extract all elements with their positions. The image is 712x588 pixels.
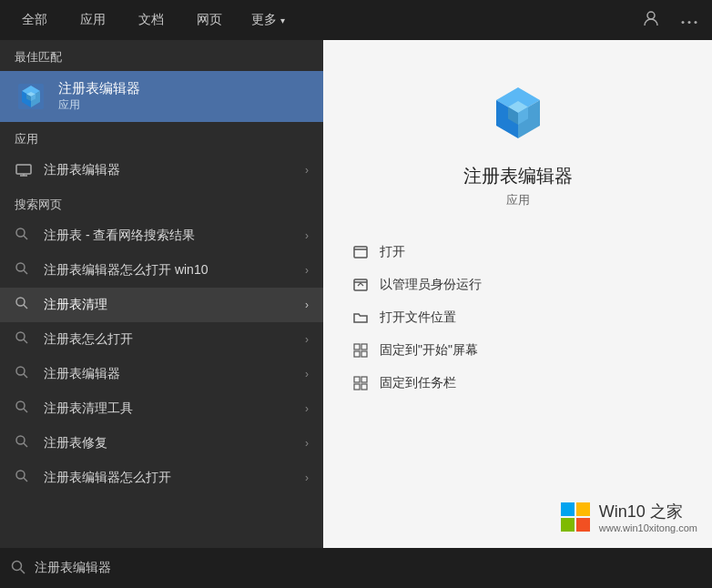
- svg-rect-44: [354, 377, 360, 382]
- arrow-icon-3: ›: [305, 333, 309, 346]
- best-match-label: 最佳匹配: [0, 40, 323, 71]
- web-item-text-5: 注册表清理工具: [44, 400, 294, 417]
- svg-line-25: [24, 409, 27, 412]
- web-item-text-0: 注册表 - 查看网络搜索结果: [44, 228, 294, 244]
- svg-point-14: [16, 228, 25, 237]
- pin-start-icon: [352, 342, 369, 359]
- svg-point-3: [695, 21, 697, 24]
- svg-point-0: [647, 12, 655, 19]
- monitor-icon: [15, 161, 33, 179]
- registry-icon-best-match: [15, 80, 47, 113]
- web-item-5[interactable]: 注册表清理工具 ›: [0, 391, 323, 426]
- svg-point-28: [16, 471, 25, 479]
- svg-rect-46: [354, 384, 360, 390]
- svg-rect-50: [561, 518, 575, 532]
- action-pin-start[interactable]: 固定到"开始"屏幕: [341, 334, 694, 367]
- search-icon-5: [15, 400, 33, 418]
- svg-point-20: [16, 332, 25, 340]
- search-icon-4: [15, 365, 33, 383]
- best-match-name: 注册表编辑器: [58, 80, 140, 97]
- search-input[interactable]: [35, 561, 701, 575]
- tab-apps[interactable]: 应用: [66, 5, 120, 35]
- svg-line-21: [24, 340, 27, 343]
- app-name-large: 注册表编辑器: [463, 164, 573, 188]
- web-item-0[interactable]: 注册表 - 查看网络搜索结果 ›: [0, 218, 323, 253]
- arrow-icon-1: ›: [305, 264, 309, 277]
- search-icon-7: [15, 469, 33, 487]
- best-match-text: 注册表编辑器 应用: [58, 80, 140, 113]
- app-icon-large: [482, 76, 554, 149]
- bottom-search-icon: [11, 560, 25, 577]
- svg-point-18: [16, 298, 25, 306]
- svg-point-16: [16, 263, 25, 271]
- tab-more[interactable]: 更多 ▾: [240, 5, 296, 35]
- svg-line-27: [24, 443, 27, 447]
- tab-all[interactable]: 全部: [7, 5, 62, 35]
- top-bar: 全部 应用 文档 网页 更多 ▾: [0, 0, 712, 40]
- web-item-text-1: 注册表编辑器怎么打开 win10: [44, 262, 294, 279]
- web-item-1[interactable]: 注册表编辑器怎么打开 win10 ›: [0, 253, 323, 288]
- svg-point-2: [688, 21, 691, 24]
- app-item-registry-editor[interactable]: 注册表编辑器 ›: [0, 153, 323, 188]
- search-icon-1: [15, 261, 33, 279]
- web-item-4[interactable]: 注册表编辑器 ›: [0, 357, 323, 391]
- windows-logo-icon: [559, 501, 592, 533]
- web-item-3[interactable]: 注册表怎么打开 ›: [0, 322, 323, 357]
- arrow-icon-2: ›: [305, 299, 309, 311]
- svg-rect-48: [561, 502, 575, 516]
- svg-line-19: [24, 305, 27, 309]
- watermark: Win10 之家 www.win10xitong.com: [559, 501, 697, 533]
- svg-point-52: [13, 561, 22, 570]
- svg-rect-41: [361, 344, 367, 350]
- svg-line-17: [24, 270, 27, 274]
- web-item-text-3: 注册表怎么打开: [44, 331, 294, 348]
- watermark-url: www.win10xitong.com: [599, 522, 697, 533]
- folder-icon: [352, 309, 369, 326]
- best-match-type: 应用: [58, 97, 140, 113]
- search-window: 全部 应用 文档 网页 更多 ▾: [0, 0, 712, 588]
- arrow-icon-6: ›: [305, 437, 309, 450]
- right-panel: 注册表编辑器 应用 打开: [323, 40, 712, 548]
- bottom-search-bar: [0, 548, 712, 588]
- svg-rect-49: [576, 502, 590, 516]
- action-run-as-admin[interactable]: 以管理员身份运行: [341, 269, 694, 301]
- svg-rect-36: [354, 247, 367, 258]
- search-icon-2: [15, 296, 33, 314]
- svg-rect-42: [354, 351, 360, 357]
- web-item-2[interactable]: 注册表清理 ›: [0, 288, 323, 322]
- user-icon[interactable]: [636, 5, 666, 35]
- pin-taskbar-icon: [352, 375, 369, 391]
- svg-point-24: [16, 401, 25, 410]
- svg-point-1: [682, 21, 685, 24]
- action-pin-taskbar[interactable]: 固定到任务栏: [341, 367, 694, 400]
- tab-docs[interactable]: 文档: [124, 5, 178, 35]
- arrow-icon-5: ›: [305, 402, 309, 415]
- chevron-right-icon: ›: [305, 164, 309, 177]
- svg-rect-11: [16, 165, 31, 174]
- svg-line-23: [24, 374, 27, 378]
- arrow-icon-4: ›: [305, 368, 309, 380]
- left-panel: 最佳匹配: [0, 40, 323, 548]
- web-item-6[interactable]: 注册表修复 ›: [0, 426, 323, 461]
- search-icon-0: [15, 227, 33, 245]
- app-type: 应用: [506, 192, 530, 208]
- svg-rect-47: [361, 384, 367, 390]
- web-item-text-7: 注册表编辑器怎么打开: [44, 470, 294, 486]
- action-open-file-location[interactable]: 打开文件位置: [341, 301, 694, 334]
- web-item-7[interactable]: 注册表编辑器怎么打开 ›: [0, 461, 323, 495]
- app-item-text: 注册表编辑器: [44, 162, 294, 178]
- search-icon-3: [15, 330, 33, 349]
- action-list: 打开 以管理员身份运行: [323, 236, 712, 400]
- svg-point-22: [16, 367, 25, 375]
- svg-rect-38: [354, 279, 367, 290]
- arrow-icon-0: ›: [305, 229, 309, 242]
- watermark-text: Win10 之家 www.win10xitong.com: [599, 501, 697, 533]
- more-options-icon[interactable]: [674, 6, 705, 34]
- action-open[interactable]: 打开: [341, 236, 694, 269]
- tab-web[interactable]: 网页: [182, 5, 237, 35]
- svg-line-15: [24, 236, 27, 239]
- svg-rect-40: [354, 344, 360, 350]
- best-match-item[interactable]: 注册表编辑器 应用: [0, 71, 323, 122]
- svg-line-53: [21, 569, 25, 573]
- svg-rect-43: [361, 351, 367, 357]
